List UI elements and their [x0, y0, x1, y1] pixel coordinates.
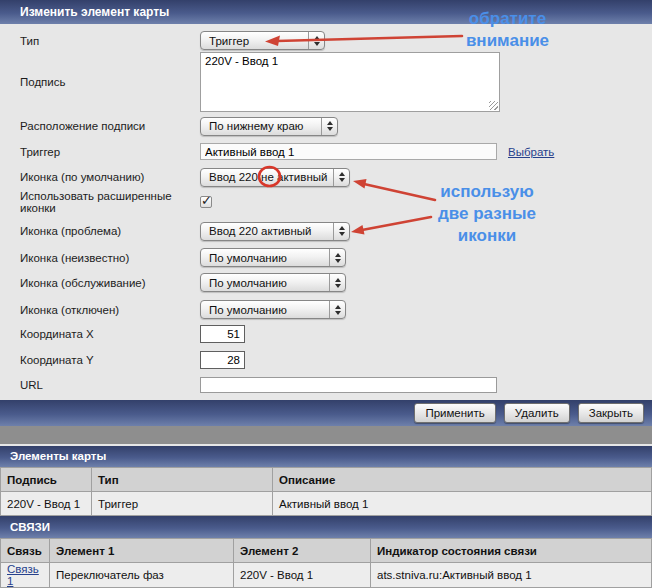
map-elements-section-title: Элементы карты: [0, 446, 652, 467]
icon-unknown-label: Иконка (неизвестно): [20, 252, 200, 264]
col-header-type: Тип: [92, 468, 273, 492]
trigger-label: Триггер: [20, 146, 200, 158]
select-spinner-icon: [308, 32, 324, 49]
select-spinner-icon: [329, 301, 345, 318]
icon-problem-label: Иконка (проблема): [20, 225, 200, 237]
form-row-coord-y: Координата Y: [0, 351, 652, 369]
form-row-caption: Подпись 220V - Ввод 1: [0, 52, 652, 112]
advanced-icons-label: Использовать расширенные иконки: [20, 190, 200, 214]
form-row-icon-unknown: Иконка (неизвестно) По умолчанию: [0, 249, 652, 266]
label-location-label: Расположение подписи: [20, 120, 200, 132]
cell-caption: 220V - Ввод 1: [1, 492, 92, 516]
coord-y-label: Координата Y: [20, 354, 200, 366]
col-header-description: Описание: [273, 468, 652, 492]
dialog-footer: Применить Удалить Закрыть: [0, 400, 652, 426]
annotation-note-two-icons: использую две разные иконки: [412, 181, 562, 247]
cell-type: Триггер: [92, 492, 273, 516]
table-row: Связь 1 Переключатель фаз 220V - Ввод 1 …: [1, 563, 652, 588]
trigger-input[interactable]: [200, 143, 497, 160]
caption-label: Подпись: [20, 76, 200, 88]
form-row-label-location: Расположение подписи По нижнему краю: [0, 116, 652, 136]
cell-element1: Переключатель фаз: [50, 563, 234, 588]
cell-description: Активный ввод 1: [273, 492, 652, 516]
form-row-trigger: Триггер Выбрать: [0, 143, 652, 160]
icon-disabled-value: По умолчанию: [209, 304, 323, 316]
coord-x-input[interactable]: [200, 325, 245, 343]
icon-maintenance-select[interactable]: По умолчанию: [200, 273, 346, 292]
links-section-title: СВЯЗИ: [0, 516, 652, 538]
type-select-value: Триггер: [209, 35, 302, 47]
separator-bar: [0, 426, 652, 444]
icon-default-label: Иконка (по умолчанию): [20, 171, 200, 183]
icon-unknown-select[interactable]: По умолчанию: [200, 248, 346, 267]
apply-button[interactable]: Применить: [414, 403, 495, 423]
link-1-link[interactable]: Связь 1: [7, 563, 39, 587]
col-header-link: Связь: [1, 539, 50, 563]
advanced-icons-checkbox[interactable]: ✓: [200, 196, 212, 208]
col-header-link-indicator: Индикатор состояния связи: [371, 539, 652, 563]
close-button[interactable]: Закрыть: [578, 403, 644, 423]
trigger-select-link[interactable]: Выбрать: [508, 146, 554, 158]
map-elements-header-row: Подпись Тип Описание: [1, 468, 652, 492]
coord-x-label: Координата X: [20, 328, 200, 340]
select-spinner-icon: [329, 274, 345, 291]
select-spinner-icon: [333, 223, 349, 240]
resize-grip-icon[interactable]: [489, 101, 498, 110]
icon-default-value: Ввод 220 не активный: [209, 171, 327, 183]
caption-textarea[interactable]: 220V - Ввод 1: [200, 52, 500, 112]
label-location-value: По нижнему краю: [209, 120, 315, 132]
cell-link-indicator: ats.stniva.ru:Активный ввод 1: [371, 563, 652, 588]
icon-unknown-value: По умолчанию: [209, 252, 323, 264]
links-table: Связь Элемент 1 Элемент 2 Индикатор сост…: [0, 538, 652, 588]
form-row-icon-maintenance: Иконка (обслуживание) По умолчанию: [0, 274, 652, 291]
label-location-select[interactable]: По нижнему краю: [200, 117, 338, 136]
annotation-note-attention: обратите внимание: [425, 8, 590, 52]
icon-disabled-select[interactable]: По умолчанию: [200, 300, 346, 319]
icon-disabled-label: Иконка (отключен): [20, 304, 200, 316]
type-label: Тип: [20, 35, 200, 47]
links-header-row: Связь Элемент 1 Элемент 2 Индикатор сост…: [1, 539, 652, 563]
map-elements-table: Подпись Тип Описание 220V - Ввод 1 Тригг…: [0, 467, 652, 516]
coord-y-input[interactable]: [200, 351, 245, 369]
select-spinner-icon: [329, 249, 345, 266]
url-label: URL: [20, 379, 200, 391]
col-header-caption: Подпись: [1, 468, 92, 492]
type-select[interactable]: Триггер: [200, 31, 325, 50]
cell-element2: 220V - Ввод 1: [234, 563, 371, 588]
form-row-icon-disabled: Иконка (отключен) По умолчанию: [0, 301, 652, 318]
form-row-coord-x: Координата X: [0, 325, 652, 343]
col-header-element1: Элемент 1: [50, 539, 234, 563]
table-row: 220V - Ввод 1 Триггер Активный ввод 1: [1, 492, 652, 516]
delete-button[interactable]: Удалить: [504, 403, 570, 423]
select-spinner-icon: [321, 118, 337, 135]
icon-default-select[interactable]: Ввод 220 не активный: [200, 168, 350, 187]
form-row-url: URL: [0, 377, 652, 393]
icon-problem-value: Ввод 220 активный: [209, 225, 327, 237]
icon-maintenance-value: По умолчанию: [209, 277, 323, 289]
url-input[interactable]: [200, 377, 497, 393]
select-spinner-icon: [333, 169, 349, 186]
icon-maintenance-label: Иконка (обслуживание): [20, 277, 200, 289]
col-header-element2: Элемент 2: [234, 539, 371, 563]
icon-problem-select[interactable]: Ввод 220 активный: [200, 222, 350, 241]
checkmark-icon: ✓: [201, 193, 212, 208]
